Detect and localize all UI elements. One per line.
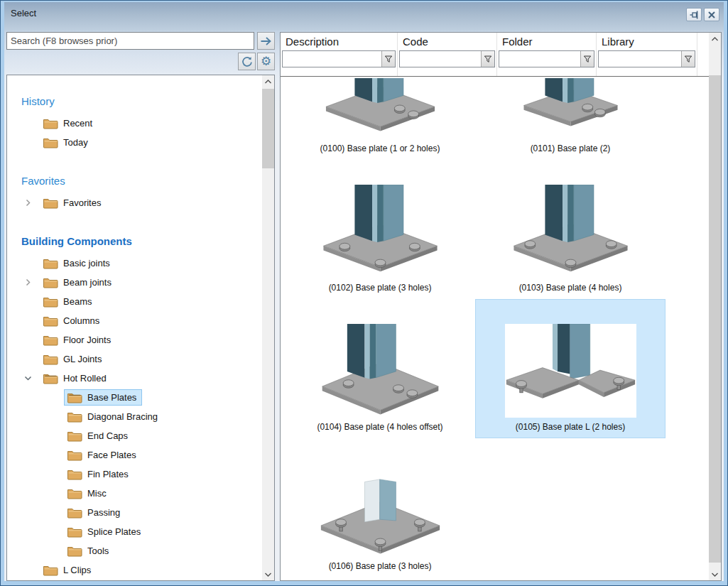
tree-item-today[interactable]: Today: [7, 133, 262, 152]
component-item-0105[interactable]: (0105) Base plate L (2 holes): [475, 299, 665, 438]
component-item-0106[interactable]: (0106) Base plate (3 holes): [285, 438, 475, 577]
chevron-right-icon: [24, 199, 32, 207]
scrollbar-up-button[interactable]: [262, 75, 274, 87]
scroll-up-icon: [265, 80, 271, 84]
tree-item-favorites[interactable]: Favorites: [7, 193, 262, 212]
component-list-panel: Description Code Folder Library (0100) B…: [280, 32, 722, 581]
component-item-0104[interactable]: (0104) Base plate (4 holes offset): [285, 299, 475, 438]
component-thumbnail-image: [315, 185, 446, 278]
refresh-button[interactable]: [238, 53, 256, 70]
tree-item-beams[interactable]: Beams: [7, 292, 262, 311]
column-filter-box: [399, 50, 495, 67]
column-filter-button[interactable]: [580, 51, 594, 67]
scrollbar-up-button[interactable]: [709, 33, 721, 45]
tree-item-label: Misc: [87, 488, 107, 499]
left-column: ⚙ History Recent TodayFavorites Favorite…: [6, 31, 275, 581]
folder-icon: [67, 487, 82, 499]
component-caption: (0105) Base plate L (2 holes): [516, 422, 625, 432]
close-button[interactable]: [704, 8, 719, 21]
pin-icon: [690, 11, 699, 19]
component-item-0102[interactable]: (0102) Base plate (3 holes): [285, 160, 475, 299]
component-grid: (0100) Base plate (1 or 2 holes) (0101) …: [281, 77, 709, 580]
panel-body: ⚙ History Recent TodayFavorites Favorite…: [4, 31, 724, 581]
tree-expander[interactable]: [21, 278, 40, 286]
component-thumbnail: [315, 78, 446, 139]
component-thumbnail-image: [505, 78, 636, 139]
component-item-0103[interactable]: (0103) Base plate (4 holes): [475, 160, 665, 299]
component-thumbnail: [315, 463, 446, 557]
tree-item-passing[interactable]: Passing: [7, 503, 262, 522]
tree-item-beam-joints[interactable]: Beam joints: [7, 273, 262, 292]
scrollbar-down-button[interactable]: [709, 568, 721, 580]
folder-icon: [43, 257, 58, 269]
settings-button[interactable]: ⚙: [257, 53, 275, 70]
tree-item-hot-rolled[interactable]: Hot Rolled: [7, 369, 262, 388]
tree-item-label: Splice Plates: [87, 526, 141, 537]
folder-icon: [43, 564, 58, 576]
titlebar[interactable]: Select: [4, 2, 724, 31]
column-header-library[interactable]: Library: [597, 33, 697, 76]
column-filter-button[interactable]: [481, 51, 494, 67]
tree-item-end-caps[interactable]: End Caps: [7, 426, 262, 445]
column-filter-input[interactable]: [599, 51, 681, 67]
auto-hide-pin-button[interactable]: [686, 8, 702, 21]
column-header-description[interactable]: Description: [281, 33, 398, 76]
tree-item-label: Columns: [63, 315, 99, 326]
component-caption: (0101) Base plate (2): [531, 143, 611, 153]
column-header-folder[interactable]: Folder: [497, 33, 597, 76]
component-caption: (0103) Base plate (4 holes): [519, 283, 622, 293]
tree-item-label: Passing: [87, 507, 120, 518]
folder-icon: [43, 276, 58, 288]
component-thumbnail: [505, 78, 636, 139]
scrollbar-thumb[interactable]: [709, 75, 721, 563]
tree-item-label: Basic joints: [63, 258, 110, 268]
component-thumbnail: [315, 185, 446, 278]
tree-item-columns[interactable]: Columns: [7, 311, 262, 330]
tree-item-label: Beam joints: [63, 277, 112, 288]
component-caption: (0104) Base plate (4 holes offset): [317, 422, 442, 432]
column-filter-input[interactable]: [283, 51, 381, 67]
search-go-button[interactable]: [257, 32, 275, 50]
tree-item-splice-plates[interactable]: Splice Plates: [7, 522, 262, 541]
column-header-code[interactable]: Code: [398, 33, 497, 76]
component-item-0100[interactable]: (0100) Base plate (1 or 2 holes): [285, 77, 475, 160]
chevron-down-icon: [24, 374, 32, 382]
folder-icon: [43, 197, 58, 209]
tree-item-diagonal-bracing[interactable]: Diagonal Bracing: [7, 407, 262, 426]
tree-item-label: Diagonal Bracing: [87, 411, 158, 422]
tree-item-basic-joints[interactable]: Basic joints: [7, 254, 262, 273]
tree-item-label: Face Plates: [87, 450, 136, 460]
tree-expander[interactable]: [21, 374, 40, 382]
tree-item-floor-joints[interactable]: Floor Joints: [7, 330, 262, 349]
tree-expander[interactable]: [21, 199, 40, 207]
tree-item-fin-plates[interactable]: Fin Plates: [7, 465, 262, 484]
column-filter-input[interactable]: [499, 51, 580, 67]
tree-item-misc[interactable]: Misc: [7, 484, 262, 503]
tree-item-tools[interactable]: Tools: [7, 541, 262, 560]
grid-scrollbar[interactable]: [709, 33, 721, 580]
search-input[interactable]: [6, 32, 254, 50]
tree-item-face-plates[interactable]: Face Plates: [7, 445, 262, 465]
scrollbar-down-button[interactable]: [262, 568, 274, 580]
tree-item-label: Favorites: [63, 197, 101, 208]
filter-funnel-icon: [684, 55, 692, 63]
component-item-0101[interactable]: (0101) Base plate (2): [475, 77, 665, 160]
tree-item-label: Fin Plates: [87, 469, 129, 479]
tree-item-recent[interactable]: Recent: [7, 114, 262, 133]
tree-item-base-plates[interactable]: Base Plates: [7, 388, 262, 407]
tree-scrollbar[interactable]: [262, 75, 274, 580]
component-caption: (0102) Base plate (3 holes): [329, 283, 432, 293]
tree-item-gl-joints[interactable]: GL Joints: [7, 349, 262, 369]
tree-item-label: Beams: [63, 296, 92, 307]
folder-icon: [67, 506, 82, 519]
folder-icon: [67, 468, 82, 480]
tree-item-label: Floor Joints: [63, 335, 111, 345]
tree-section-header: Building Components: [7, 234, 262, 249]
column-filter-button[interactable]: [681, 51, 695, 67]
column-filter-button[interactable]: [381, 51, 395, 67]
chevron-right-icon: [24, 278, 32, 286]
column-filter-input[interactable]: [400, 51, 481, 67]
scrollbar-thumb[interactable]: [262, 89, 274, 168]
column-header-row: Description Code Folder Library: [281, 33, 709, 77]
tree-item-l-clips[interactable]: L Clips: [7, 560, 262, 580]
